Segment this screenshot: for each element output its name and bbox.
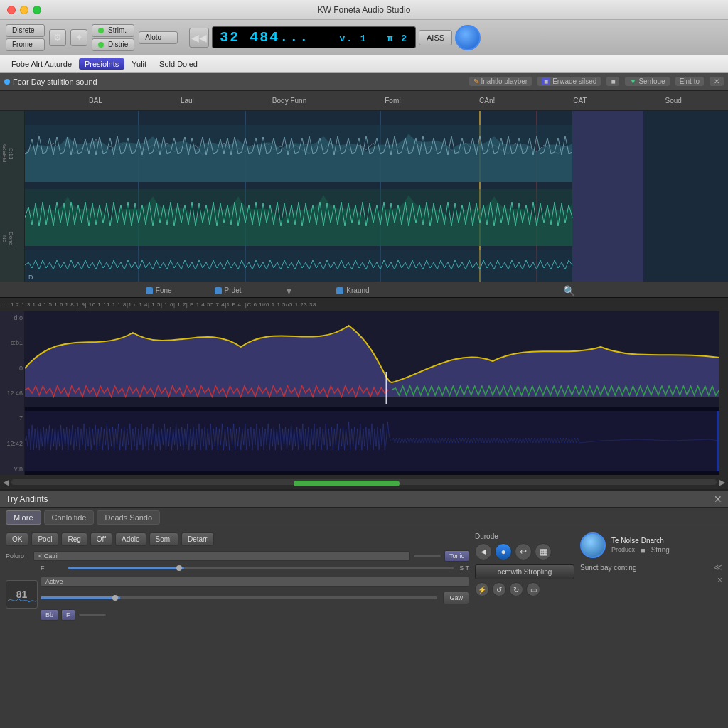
scroll-right[interactable]: ▶ [719, 478, 725, 487]
svg-rect-9 [25, 250, 572, 282]
marker-1: Laul [181, 97, 194, 105]
f-slider[interactable] [68, 567, 454, 569]
tab-action-playber[interactable]: ✎ Inahtlo playber [469, 77, 532, 86]
analysis-label-0: d:o [1, 314, 23, 321]
panel-close-button[interactable]: ✕ [714, 493, 722, 505]
aiss-button[interactable]: AISS [419, 30, 452, 46]
active-dropdown[interactable]: Active [41, 577, 469, 587]
sub-row-1: Sunct bay conting ≪ [580, 562, 722, 572]
track-label-2: DondNo [0, 196, 16, 282]
menu-item-1[interactable]: Presiolnts [79, 58, 124, 70]
thumbnail: 81 [6, 580, 38, 609]
close-button[interactable] [7, 6, 16, 14]
menu-item-2[interactable]: Yulit [126, 58, 152, 70]
icon-btn-d[interactable]: ▭ [526, 582, 540, 596]
minimize-button[interactable] [20, 6, 28, 14]
panel-tab-conloitide[interactable]: Conloitide [44, 510, 95, 525]
noise-sub-row: Producx ■ String [611, 546, 722, 555]
small-input-1[interactable] [78, 614, 107, 616]
waveform-header: BAL Laul Body Funn Fom! CAn! CAT Soud [0, 91, 728, 111]
analysis-section[interactable]: d:o c:b1 0 12:46 7 12:42 v:n [0, 311, 728, 475]
scrollbar-thumb[interactable] [294, 481, 400, 486]
btn-b[interactable]: F [61, 609, 75, 621]
marker-0: BAL [89, 97, 102, 105]
icon-btn-a[interactable]: ⚡ [475, 582, 489, 596]
rewind-button[interactable]: ◀◀ [189, 28, 209, 48]
logo-button[interactable] [455, 25, 481, 50]
tab-action-btn3[interactable]: ■ [606, 77, 619, 86]
scroll-left[interactable]: ◀ [3, 478, 9, 487]
noise-info: Te Nolse Dnarch Producx ■ String [611, 537, 722, 555]
icon-btn-2[interactable]: ✦ [70, 29, 87, 46]
loop-btn[interactable]: ↩ [515, 543, 532, 560]
thumb-row: 81 F S T [6, 564, 469, 623]
bottom-panel: Try Andints ✕ Mlore Conloitide Deads San… [0, 489, 728, 638]
tab-action-elnt[interactable]: Elnt to [675, 77, 704, 86]
off-button[interactable]: Off [90, 532, 112, 546]
record-btn[interactable]: ● [495, 543, 512, 560]
marker-5: CAT [573, 97, 587, 105]
legend-dot-fone [146, 287, 153, 294]
analysis-label-5: 12:42 [1, 440, 23, 447]
close-icon-right[interactable]: × [717, 575, 722, 585]
poloro-row: Poloro < Catri Tonic [6, 550, 469, 562]
frome-button[interactable]: Frome [6, 38, 45, 51]
transport-section: ◀◀ 32 484... v. 1 π 2 AISS [189, 25, 481, 50]
waveform-tracks[interactable]: S:11G:SFM DondNo [0, 111, 728, 282]
adolo-button[interactable]: Adolo [115, 532, 146, 546]
gaw-row: Gaw [41, 592, 469, 604]
legend-prdet: Prdet [215, 287, 242, 294]
title-bar: KW Foneta Audio Studio [0, 0, 728, 20]
analysis-labels: d:o c:b1 0 12:46 7 12:42 v:n [0, 311, 25, 475]
icon-btn-1[interactable]: ⚙ [49, 29, 66, 46]
gaw-button[interactable]: Gaw [443, 592, 469, 604]
soml-button[interactable]: Som! [149, 532, 178, 546]
tab-action-senfoue[interactable]: ▼ Senfoue [625, 77, 669, 86]
panel-tab-mlore[interactable]: Mlore [6, 510, 41, 525]
footer-arrow[interactable]: ▼ [284, 285, 294, 296]
pool-button[interactable]: Pool [31, 532, 58, 546]
tonic-button[interactable]: Tonic [444, 550, 469, 562]
track-labels: S:11G:SFM DondNo [0, 111, 25, 282]
window-controls [7, 6, 41, 14]
reg-button[interactable]: Reg [61, 532, 87, 546]
value-input[interactable] [413, 555, 441, 557]
analysis-canvas [25, 311, 719, 475]
noise-sub-2: String [651, 546, 670, 555]
icon-btn-b[interactable]: ↺ [492, 582, 506, 596]
marker-3: Fom! [385, 97, 401, 105]
aloto-button[interactable]: Aloto [139, 31, 178, 44]
analysis-label-4: 7 [1, 414, 23, 422]
share-icon[interactable]: ≪ [713, 562, 722, 572]
grid-btn[interactable]: ▦ [535, 543, 552, 560]
icon-btn-c[interactable]: ↻ [509, 582, 523, 596]
menu-item-3[interactable]: Sold Doled [154, 58, 203, 70]
catri-input[interactable]: < Catri [33, 551, 410, 561]
play-btn[interactable]: ◄ [475, 543, 492, 560]
scrollbar-vertical[interactable] [719, 311, 728, 475]
maximize-button[interactable] [33, 6, 41, 14]
panel-right: Te Nolse Dnarch Producx ■ String Sunct b… [580, 532, 722, 629]
search-button[interactable]: 🔍 [563, 285, 575, 296]
panel-tab-deads[interactable]: Deads Sando [97, 510, 160, 525]
panel-mid: Durode ◄ ● ↩ ▦ ocmwth Stropling ⚡ ↺ ↻ ▭ [475, 532, 574, 629]
panel-right-top: Te Nolse Dnarch Producx ■ String [580, 532, 722, 558]
main-btn-row: OK Pool Reg Off Adolo Som! Detarr [6, 532, 469, 546]
detarr-button[interactable]: Detarr [181, 532, 214, 546]
strim-button[interactable]: Strim. [92, 24, 134, 37]
disrete-button[interactable]: Disrete [6, 24, 45, 37]
waveform-container: BAL Laul Body Funn Fom! CAn! CAT Soud S:… [0, 91, 728, 297]
distrie-button[interactable]: Distrie [92, 38, 134, 51]
sunct-label: Sunct bay conting [580, 564, 709, 572]
scrollbar-track[interactable] [11, 479, 717, 485]
tab-action-erwade[interactable]: ■ Erwade silsed [537, 77, 601, 86]
tab-dot [4, 79, 10, 85]
timeline-ruler: ... 1:2 1:3 1:4 1:5 1:6 1:8|1:9| 10.1 11… [0, 297, 728, 311]
process-button[interactable]: ocmwth Stropling [475, 564, 574, 579]
ok-button[interactable]: OK [6, 532, 28, 546]
tab-close[interactable]: ✕ [710, 77, 724, 86]
menu-item-0[interactable]: Fobe Alrt Auturde [6, 58, 77, 70]
btn-a[interactable]: Bb [41, 609, 58, 621]
gaw-slider[interactable] [41, 596, 437, 599]
panel-header: Try Andints ✕ [0, 491, 728, 508]
